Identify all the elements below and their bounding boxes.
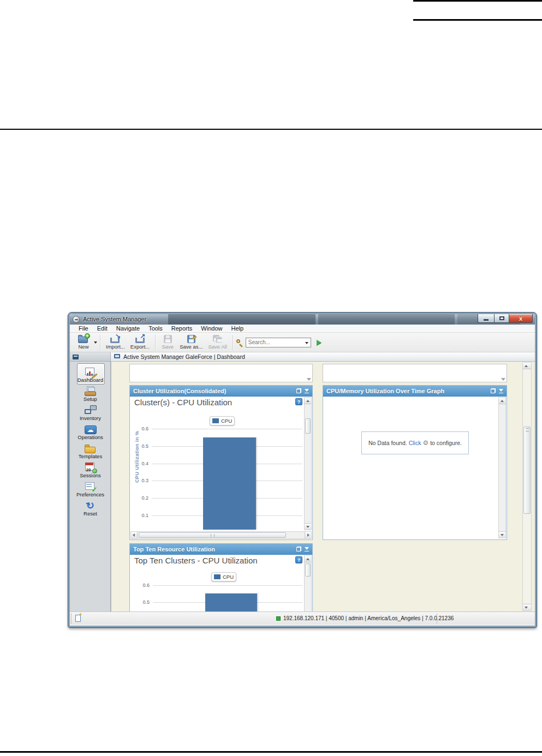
restore-panel-icon[interactable] xyxy=(491,388,496,393)
new-view-icon[interactable] xyxy=(75,615,81,622)
collapse-panel-icon[interactable] xyxy=(304,388,309,393)
sidebar-item-sessions[interactable]: 20 Sessions xyxy=(70,460,111,479)
menu-navigate[interactable]: Navigate xyxy=(112,325,144,332)
maximize-button[interactable] xyxy=(494,314,509,323)
import-button[interactable]: ↘ Import... xyxy=(103,333,128,351)
gear-icon[interactable]: ⚙ xyxy=(422,440,428,446)
panel-vertical-scrollbar[interactable] xyxy=(304,397,312,530)
panel-vertical-scrollbar[interactable] xyxy=(304,555,312,611)
sidebar-item-templates[interactable]: Templates xyxy=(70,441,111,460)
menubar: File Edit Navigate Tools Reports Window … xyxy=(70,325,535,333)
dashboard-content: Cluster Utilization(Consolidated) Cluste… xyxy=(111,362,535,611)
chart-plot xyxy=(153,578,302,611)
scrollbar-thumb[interactable] xyxy=(305,418,311,434)
collapse-panel-icon[interactable] xyxy=(498,388,503,393)
scroll-down-icon[interactable] xyxy=(307,378,311,381)
dashboard-icon xyxy=(85,368,96,377)
restore-panel-icon[interactable] xyxy=(296,388,301,393)
panel-header[interactable]: Top Ten Resource Utilization xyxy=(130,544,312,555)
panel-horizontal-scrollbar[interactable] xyxy=(130,531,312,539)
scroll-down-icon[interactable] xyxy=(499,531,505,538)
sessions-calendar-icon: 20 xyxy=(85,463,96,472)
chart-title: Top Ten Clusters - CPU Utilization xyxy=(134,556,258,565)
search-dropdown-caret[interactable] xyxy=(305,342,308,344)
new-dropdown-caret[interactable] xyxy=(94,341,97,344)
titlebar[interactable]: Active System Manager x xyxy=(70,314,535,325)
close-button[interactable]: x xyxy=(509,314,533,323)
import-icon: ↘ xyxy=(110,335,121,343)
search-input[interactable] xyxy=(246,339,301,346)
panel-cpu-memory: CPU/Memory Utilization Over Time Graph N… xyxy=(323,385,507,540)
configure-link[interactable]: Click xyxy=(409,440,421,446)
collapse-panel-icon[interactable] xyxy=(304,547,309,551)
save-all-button: Save All xyxy=(205,333,229,351)
scroll-down-icon[interactable] xyxy=(501,378,505,381)
save-all-icon xyxy=(213,335,223,343)
scroll-right-icon[interactable] xyxy=(305,532,311,538)
scroll-down-icon[interactable] xyxy=(523,604,531,610)
toolbar-separator xyxy=(155,335,156,350)
sidebar-item-dashboard[interactable]: DashBoard xyxy=(70,365,111,384)
y-tick-label: 0.1 xyxy=(141,513,148,518)
y-tick-label: 0.4 xyxy=(141,461,148,466)
help-button[interactable]: ? xyxy=(295,398,302,405)
inventory-icon xyxy=(85,405,97,415)
cpu-utilization-bar xyxy=(203,437,256,530)
titlebar-texture xyxy=(318,314,455,325)
panel-top-ten: Top Ten Resource Utilization Top Ten Clu… xyxy=(129,543,313,611)
new-button[interactable]: + New xyxy=(74,333,93,351)
y-axis-ticks: 0.60.50.40.30.20.1 xyxy=(136,415,151,530)
sidebar-item-inventory[interactable]: Inventory xyxy=(70,403,111,422)
save-icon xyxy=(164,335,172,343)
sidebar-item-reset[interactable]: Reset xyxy=(70,499,111,518)
perspective-icon[interactable] xyxy=(73,355,79,359)
content-vertical-scrollbar[interactable] xyxy=(522,362,532,611)
menu-help[interactable]: Help xyxy=(227,325,248,332)
footer-rule xyxy=(0,751,542,753)
sidebar-item-preferences[interactable]: ✓ Preferences xyxy=(70,479,111,499)
y-tick-label: 0.6 xyxy=(141,426,148,431)
run-search-icon[interactable] xyxy=(317,340,321,345)
scroll-left-icon[interactable] xyxy=(131,532,138,538)
help-button[interactable]: ? xyxy=(295,556,302,563)
panel-vertical-scrollbar[interactable] xyxy=(498,397,506,538)
reset-icon xyxy=(85,500,96,511)
scrollbar-thumb[interactable] xyxy=(305,563,311,577)
panel-header[interactable]: Cluster Utilization(Consolidated) xyxy=(130,386,312,397)
new-folder-icon: + xyxy=(78,335,89,343)
menu-tools[interactable]: Tools xyxy=(144,325,167,332)
statusbar: 192.168.120.171 | 40500 | admin | Americ… xyxy=(70,611,535,625)
no-data-message: No Data found. Click ⚙ to configure. xyxy=(361,431,469,454)
scrollbar-thumb[interactable] xyxy=(139,532,286,538)
app-logo-icon xyxy=(73,316,80,323)
sidebar-item-operations[interactable]: Operations xyxy=(70,422,111,441)
dashboard-tab[interactable]: Active System Manager GaleForce | Dashbo… xyxy=(123,353,245,360)
menu-edit[interactable]: Edit xyxy=(93,325,112,332)
save-as-button[interactable]: Save as... xyxy=(177,333,205,351)
titlebar-texture xyxy=(168,314,315,325)
maximize-icon xyxy=(499,316,504,320)
scroll-up-icon[interactable] xyxy=(305,398,311,404)
export-button[interactable]: ↗ Export... xyxy=(128,333,152,351)
chart-legend: CPU xyxy=(211,572,236,581)
export-icon: ↗ xyxy=(135,335,146,343)
search-scope-icon[interactable] xyxy=(236,339,243,346)
sidebar-item-setup[interactable]: Setup xyxy=(70,384,111,403)
menu-window[interactable]: Window xyxy=(196,325,227,332)
save-as-icon xyxy=(187,335,195,343)
section-divider-rule xyxy=(0,129,542,130)
restore-panel-icon[interactable] xyxy=(296,547,301,551)
scrollbar-thumb[interactable] xyxy=(523,427,531,514)
scroll-up-icon[interactable] xyxy=(499,398,505,404)
y-axis-ticks: 0.60.5 xyxy=(138,578,152,611)
dashboard-tab-icon xyxy=(114,354,121,359)
menu-file[interactable]: File xyxy=(74,325,93,332)
scroll-up-icon[interactable] xyxy=(523,363,531,369)
y-tick-label: 0.6 xyxy=(142,583,150,588)
minimize-button[interactable] xyxy=(478,314,494,323)
scroll-up-icon[interactable] xyxy=(305,556,311,562)
app-window: Active System Manager x File Edit Naviga… xyxy=(68,313,537,627)
menu-reports[interactable]: Reports xyxy=(167,325,197,332)
panel-header[interactable]: CPU/Memory Utilization Over Time Graph xyxy=(323,386,507,397)
scroll-down-icon[interactable] xyxy=(305,523,311,530)
